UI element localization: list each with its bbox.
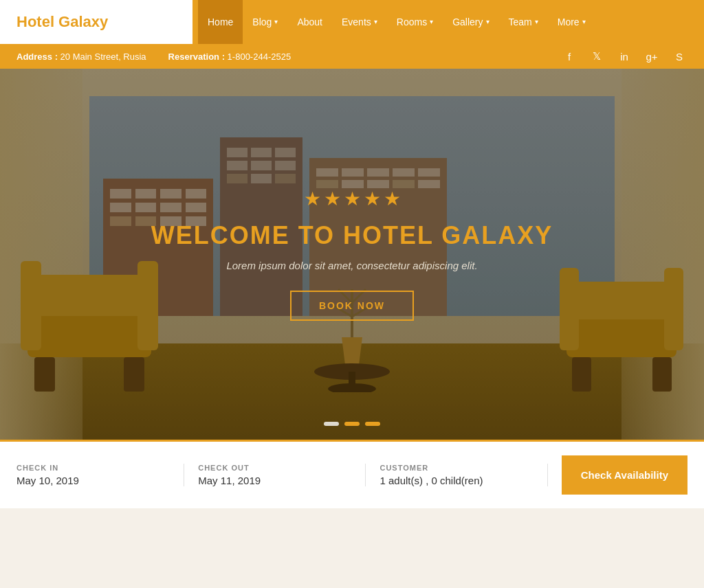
check-in-label: CHECK IN xyxy=(16,464,170,472)
chevron-down-icon: ▾ xyxy=(582,0,586,44)
nav-item-about[interactable]: About xyxy=(287,0,332,44)
slider-dot-2[interactable] xyxy=(344,422,360,426)
nav-item-rooms[interactable]: Rooms ▾ xyxy=(387,0,443,44)
skype-icon[interactable]: S xyxy=(671,48,688,65)
hero-content: ★ ★ ★ ★ ★ WELCOME TO HOTEL GALAXY Lorem … xyxy=(0,69,704,440)
facebook-icon[interactable]: f xyxy=(561,48,578,65)
customer-label: CUSTOMER xyxy=(380,464,533,472)
nav-item-home[interactable]: Home xyxy=(198,0,243,44)
contact-info: Address : 20 Main Street, Rusia Reservat… xyxy=(16,52,291,62)
chevron-down-icon: ▾ xyxy=(535,0,538,44)
star-3: ★ xyxy=(344,188,361,210)
chevron-down-icon: ▾ xyxy=(486,0,490,44)
slider-dots xyxy=(324,422,380,426)
hero-section: ★ ★ ★ ★ ★ WELCOME TO HOTEL GALAXY Lorem … xyxy=(0,69,704,440)
star-rating: ★ ★ ★ ★ ★ xyxy=(304,188,401,210)
logo-area: Hotel Galaxy xyxy=(0,0,192,44)
page-footer xyxy=(0,508,704,533)
booking-bar: CHECK IN May 10, 2019 CHECK OUT May 11, … xyxy=(0,440,704,508)
check-out-label: CHECK OUT xyxy=(198,464,351,472)
customer-field[interactable]: CUSTOMER 1 adult(s) , 0 child(ren) xyxy=(366,464,547,486)
check-in-value: May 10, 2019 xyxy=(16,475,170,486)
slider-dot-1[interactable] xyxy=(324,422,339,426)
hero-title-prefix: WELCOME TO xyxy=(151,221,343,249)
social-links: f 𝕏 in g+ S xyxy=(561,48,688,65)
chevron-down-icon: ▾ xyxy=(374,0,377,44)
address-info: Address : 20 Main Street, Rusia xyxy=(16,52,146,62)
twitter-icon[interactable]: 𝕏 xyxy=(588,48,605,65)
star-2: ★ xyxy=(324,188,341,210)
main-nav: Home Blog ▾ About Events ▾ Rooms ▾ Galle… xyxy=(192,0,704,44)
hero-subtitle: Lorem ipsum dolor sit amet, consectetur … xyxy=(226,260,477,271)
linkedin-icon[interactable]: in xyxy=(616,48,632,65)
info-bar: Address : 20 Main Street, Rusia Reservat… xyxy=(0,44,704,69)
customer-value: 1 adult(s) , 0 child(ren) xyxy=(380,475,533,486)
nav-item-events[interactable]: Events ▾ xyxy=(332,0,387,44)
logo[interactable]: Hotel Galaxy xyxy=(16,13,108,31)
header: Hotel Galaxy Home Blog ▾ About Events ▾ … xyxy=(0,0,704,44)
check-out-value: May 11, 2019 xyxy=(198,475,351,486)
nav-item-more[interactable]: More ▾ xyxy=(548,0,595,44)
check-availability-button[interactable]: Check Availability xyxy=(562,455,688,495)
book-now-button[interactable]: BOOK NOW xyxy=(290,291,414,321)
nav-item-gallery[interactable]: Gallery ▾ xyxy=(443,0,498,44)
reservation-info: Reservation : 1-800-244-2525 xyxy=(168,52,292,62)
googleplus-icon[interactable]: g+ xyxy=(644,48,660,65)
star-4: ★ xyxy=(364,188,381,210)
slider-dot-3[interactable] xyxy=(365,422,380,426)
check-out-field[interactable]: CHECK OUT May 11, 2019 xyxy=(184,464,366,486)
star-5: ★ xyxy=(384,188,401,210)
check-in-field[interactable]: CHECK IN May 10, 2019 xyxy=(16,464,184,486)
hero-title-brand: HOTEL GALAXY xyxy=(343,221,553,249)
star-1: ★ xyxy=(304,188,321,210)
chevron-down-icon: ▾ xyxy=(274,0,278,44)
chevron-down-icon: ▾ xyxy=(430,0,433,44)
nav-item-team[interactable]: Team ▾ xyxy=(499,0,548,44)
hero-title: WELCOME TO HOTEL GALAXY xyxy=(151,221,553,250)
nav-item-blog[interactable]: Blog ▾ xyxy=(243,0,287,44)
